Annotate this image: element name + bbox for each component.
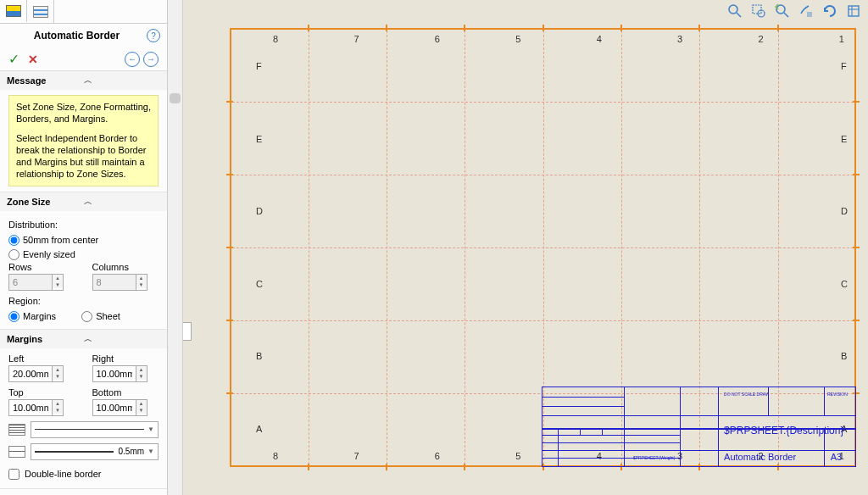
section-message: Message︿ Set Zone Size, Zone Formatting,… [0,71,167,192]
thickness-value: 0.5mm [119,447,145,456]
bottom-spin-down[interactable]: ▼ [136,407,147,414]
zoom-fit-button[interactable] [726,2,744,20]
tab-feature-manager[interactable] [0,0,27,23]
message-line1: Set Zone Size, Zone Formatting, Borders,… [16,101,151,125]
rows-label: Rows [8,262,75,272]
radio-50mm-center[interactable] [8,235,19,246]
panel-title: Automatic Border [7,30,147,42]
double-line-checkbox[interactable] [8,469,19,480]
property-manager-icon [33,6,48,18]
tb-do-not-scale: DO NOT SCALE DRAWING [724,392,768,397]
top-input[interactable] [8,399,53,416]
cols-spin-up[interactable]: ▲ [136,275,147,281]
double-line-label: Double-line border [25,469,102,479]
label-evenly-sized: Evenly sized [23,249,75,259]
section-title-zone: Zone Size [7,197,84,207]
tb-description: $PRPSHEET:{Description} [724,425,849,437]
right-label: Right [92,353,159,364]
section-head-zone[interactable]: Zone Size︿ [0,192,167,211]
cols-spin-down[interactable]: ▼ [136,281,147,288]
rotate-view-button[interactable] [821,2,839,20]
property-panel: Automatic Border ? ✓ ✕ ← → Message︿ Set … [0,0,168,495]
panel-splitter[interactable] [183,322,192,341]
svg-line-5 [784,13,788,17]
tb-revision: REVISION [827,392,848,397]
previous-view-button[interactable] [773,2,792,20]
chevron-down-icon: ▼ [147,448,154,455]
svg-rect-2 [753,5,761,14]
rows-spin-down[interactable]: ▼ [53,281,63,288]
left-spin-down[interactable]: ▼ [53,373,63,380]
action-row: ✓ ✕ ← → [0,47,167,71]
drawing-canvas[interactable]: 87654321 87654321 ABCDEF ABCDEF [183,0,868,495]
tb-weight: $PRPSHEET:{Weight} [633,455,675,460]
view-toolbar [726,2,863,20]
top-spin-up[interactable]: ▲ [53,400,63,407]
cancel-button[interactable]: ✕ [28,53,38,66]
radio-evenly-sized[interactable] [8,249,19,260]
nav-buttons: ← → [125,52,159,67]
chevron-up-icon: ︿ [84,196,161,208]
label-50mm-center: 50mm from center [23,235,98,245]
svg-point-0 [729,5,737,14]
panel-tabs [0,0,167,24]
section-title-message: Message [7,75,84,86]
radio-margins[interactable] [8,311,19,322]
zoom-area-button[interactable] [749,2,768,20]
line-thickness-select[interactable]: 0.5mm▼ [31,443,159,460]
chevron-down-icon: ▼ [147,425,154,433]
section-view-button[interactable] [797,2,815,20]
message-box: Set Zone Size, Zone Formatting, Borders,… [8,95,159,186]
right-spin-down[interactable]: ▼ [136,373,147,380]
left-spin-up[interactable]: ▲ [53,366,63,373]
next-button[interactable]: → [143,52,159,67]
cols-label: Columns [92,262,159,272]
tb-auto-border: Automatic Border [724,452,796,462]
title-block: DO NOT SCALE DRAWING REVISION $PRPSHEET:… [542,387,856,467]
vertical-scrollbar[interactable] [168,0,183,495]
radio-sheet[interactable] [81,311,92,322]
line-style-select[interactable]: ▼ [31,421,159,438]
top-label: Top [8,387,75,398]
svg-rect-7 [849,6,859,16]
ok-button[interactable]: ✓ [8,51,19,67]
section-margins: Margins︿ Left ▲▼ Right ▲▼ Top ▲▼ [0,330,167,489]
prev-button[interactable]: ← [125,52,140,67]
left-input[interactable] [8,365,53,382]
section-zone-size: Zone Size︿ Distribution: 50mm from cente… [0,192,167,330]
bottom-label: Bottom [92,387,159,398]
section-head-margins[interactable]: Margins︿ [0,330,167,348]
bottom-input[interactable] [92,399,136,416]
line-thickness-icon [8,446,25,458]
svg-rect-6 [807,12,812,17]
left-label: Left [8,353,75,364]
help-button[interactable]: ? [147,29,160,42]
label-sheet: Sheet [96,311,120,321]
view-options-button[interactable] [844,2,863,20]
tab-property-manager[interactable] [27,0,54,23]
right-input[interactable] [92,365,136,382]
section-head-message[interactable]: Message︿ [0,71,167,90]
region-label: Region: [8,296,159,306]
message-line2: Select Independent Border to break the r… [16,132,151,181]
right-spin-up[interactable]: ▲ [136,366,147,373]
chevron-up-icon: ︿ [84,333,161,345]
distribution-label: Distribution: [8,220,159,230]
top-spin-down[interactable]: ▼ [53,407,63,414]
svg-line-1 [737,13,741,17]
chevron-up-icon: ︿ [84,75,161,86]
panel-title-row: Automatic Border ? [0,24,167,47]
drawing-sheet: 87654321 87654321 ABCDEF ABCDEF [217,24,860,471]
cols-input [92,274,136,291]
label-margins: Margins [23,311,56,321]
tb-size: A3 [831,452,842,462]
rows-input [8,274,53,291]
feature-manager-icon [6,5,21,17]
bottom-spin-up[interactable]: ▲ [136,400,147,407]
section-title-margins: Margins [7,334,84,344]
panel-body: Message︿ Set Zone Size, Zone Formatting,… [0,71,167,495]
line-style-icon [8,424,25,436]
rows-spin-up[interactable]: ▲ [53,275,63,281]
